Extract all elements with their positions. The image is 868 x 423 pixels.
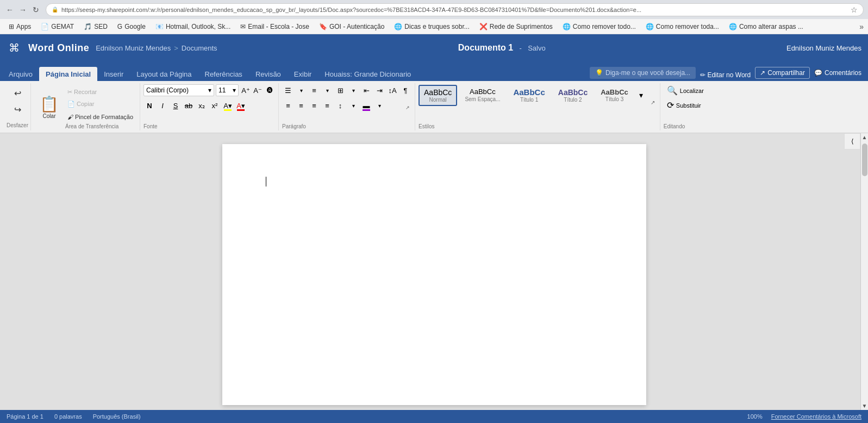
font-color-dropdown-icon: ▾ [241, 102, 245, 110]
edit-in-word-btn[interactable]: ✏ Editar no Word [700, 71, 751, 79]
strikethrough-button[interactable]: ab [183, 99, 195, 111]
paste-button[interactable]: 📋 Colar [35, 84, 63, 129]
bookmark-google-label: Google [124, 23, 146, 30]
cut-button[interactable]: ✂ Recortar [65, 86, 135, 97]
bookmark-aspas[interactable]: 🌐 Como alterar aspas ... [725, 21, 808, 33]
increase-indent-button[interactable]: ⇥ [373, 84, 385, 96]
shading-button[interactable]: ▬ [360, 99, 372, 111]
align-justify-button[interactable]: ≡ [321, 99, 333, 111]
bookmark-gemat-label: GEMAT [51, 23, 74, 30]
tab-pagina-inicial[interactable]: Página Inicial [39, 67, 97, 81]
find-button[interactable]: 🔍 Localizar [664, 84, 707, 97]
copy-button[interactable]: 📄 Copiar [65, 98, 135, 109]
numbered-dropdown-icon[interactable]: ▾ [321, 84, 333, 96]
bookmark-remover2[interactable]: 🌐 Como remover toda... [641, 21, 723, 33]
format-painter-button[interactable]: 🖌 Pincel de Formatação [65, 111, 135, 122]
tab-houaiss[interactable]: Houaiss: Grande Dicionario [318, 67, 417, 81]
show-marks-button[interactable]: ¶ [399, 84, 411, 96]
decrease-indent-button[interactable]: ⇤ [360, 84, 372, 96]
align-left-button[interactable]: ≡ [282, 99, 294, 111]
more-bookmarks[interactable]: » [859, 22, 864, 31]
font-size-value: 11 [218, 86, 226, 94]
style-no-space-item[interactable]: AaBbCc Sem Espaça... [459, 85, 505, 105]
sort-button[interactable]: ↕A [386, 84, 398, 96]
status-bar: Página 1 de 1 0 palavras Português (Bras… [0, 410, 868, 423]
multilevel-list-button[interactable]: ⊞ [334, 84, 346, 96]
tab-inserir[interactable]: Inserir [97, 67, 130, 81]
clear-format-button[interactable]: 🅐 [264, 85, 275, 96]
bookmark-remover1-label: Como remover todo... [573, 23, 636, 30]
highlight-button[interactable]: A ▾ [222, 99, 234, 111]
ribbon-tabs-bar: Arquivo Página Inicial Inserir Layout da… [0, 61, 868, 81]
dialog-launcher-styles[interactable]: ↗ [649, 98, 657, 106]
bookmark-google[interactable]: G Google [113, 21, 150, 33]
comments-button[interactable]: 💬 Comentários [814, 67, 861, 79]
font-color-button[interactable]: A ▾ [235, 99, 247, 111]
bullet-list-button[interactable]: ☰ [282, 84, 294, 96]
bookmark-rede[interactable]: ❌ Rede de Suprimentos [475, 21, 557, 33]
bookmark-apps[interactable]: ⊞ Apps [4, 21, 35, 33]
bookmark-gemat[interactable]: 📄 GEMAT [36, 21, 78, 33]
align-right-button[interactable]: ≡ [308, 99, 320, 111]
scrollbar-thumb[interactable] [862, 144, 867, 176]
align-center-button[interactable]: ≡ [295, 99, 307, 111]
redo-button[interactable]: ↪ [10, 102, 25, 117]
font-increase-button[interactable]: A⁺ [240, 85, 251, 96]
bold-button[interactable]: N [143, 99, 155, 111]
bookmark-dicas[interactable]: 🌐 Dicas e truques sobr... [390, 21, 473, 33]
line-spacing-dropdown[interactable]: ▾ [347, 99, 359, 111]
tab-referencias[interactable]: Referências [198, 67, 249, 81]
back-button[interactable]: ← [4, 4, 15, 15]
vertical-scrollbar[interactable]: ▲ ▼ [860, 133, 868, 410]
refresh-button[interactable]: ↻ [30, 4, 41, 15]
numbered-list-button[interactable]: ≡ [308, 84, 320, 96]
subscript-button[interactable]: x₂ [196, 99, 208, 111]
star-icon[interactable]: ☆ [851, 5, 858, 14]
breadcrumb-user[interactable]: Ednilson Muniz Mendes [96, 44, 171, 52]
undo-button[interactable]: ↩ [10, 85, 25, 101]
italic-button[interactable]: I [157, 99, 168, 111]
dialog-launcher-para[interactable]: ↗ [404, 104, 411, 111]
ribbon-content: ↩ ↪ Desfazer 📋 Colar ✂ Recortar 📄 [0, 81, 868, 133]
scroll-down-button[interactable]: ▼ [861, 402, 868, 410]
breadcrumb-location[interactable]: Documents [182, 44, 217, 52]
bookmark-goi[interactable]: 🔖 GOI - Autenticação [315, 21, 389, 33]
style-normal-item[interactable]: AaBbCc Normal [419, 85, 457, 106]
bookmark-sed[interactable]: 🎵 SED [79, 21, 112, 33]
address-bar[interactable]: 🔒 https://seesp-my.sharepoint.com/:w:/r/… [46, 3, 864, 16]
feedback-link[interactable]: Fornecer Comentários à Microsoft [771, 413, 861, 420]
tab-exibir[interactable]: Exibir [288, 67, 319, 81]
waffle-icon[interactable]: ⌘ [7, 39, 22, 57]
tab-arquivo[interactable]: Arquivo [2, 67, 39, 81]
main-content: ⌘ Word Online Ednilson Muniz Mendes > Do… [0, 34, 868, 423]
multilevel-dropdown-icon[interactable]: ▾ [347, 84, 359, 96]
bookmark-email[interactable]: ✉ Email - Escola - Jose [236, 21, 314, 33]
styles-more-button[interactable]: ▾ [636, 84, 647, 106]
scroll-up-button[interactable]: ▲ [861, 133, 868, 141]
style-title3-item[interactable]: AaBbCc Título 3 [595, 85, 634, 105]
comments-label: Comentários [825, 69, 861, 77]
bookmark-remover1[interactable]: 🌐 Como remover todo... [558, 21, 640, 33]
font-size-select[interactable]: 11 ▾ [216, 84, 239, 96]
user-name[interactable]: Ednilson Muniz Mendes [786, 44, 861, 52]
style-title1-item[interactable]: AaBbCc Título 1 [508, 84, 550, 106]
tab-revisao[interactable]: Revisão [249, 67, 288, 81]
replace-button[interactable]: ⟳ Substituir [664, 99, 707, 111]
style-title1-label: Título 1 [513, 97, 545, 103]
forward-button[interactable]: → [17, 4, 28, 15]
share-button[interactable]: ↗ Compartilhar [755, 67, 810, 79]
document-page[interactable] [222, 144, 646, 405]
bullet-dropdown-icon[interactable]: ▾ [295, 84, 307, 96]
font-decrease-button[interactable]: A⁻ [252, 85, 263, 96]
tell-me-box[interactable]: 💡 Diga-me o que você deseja... [590, 67, 696, 79]
mini-page-nav[interactable]: ⟨ [844, 133, 860, 150]
underline-button[interactable]: S [170, 99, 182, 111]
bookmark-hotmail[interactable]: 📧 Hotmail, Outlook, Sk... [151, 21, 235, 33]
tab-layout[interactable]: Layout da Página [130, 67, 198, 81]
superscript-button[interactable]: x² [209, 99, 221, 111]
style-title2-item[interactable]: AaBbCc Título 2 [553, 85, 593, 106]
document-scroll-area[interactable]: ▲ ▼ ⟨ [0, 133, 868, 410]
shading-dropdown[interactable]: ▾ [373, 99, 385, 111]
line-spacing-button[interactable]: ↕ [334, 99, 346, 111]
font-family-select[interactable]: Calibri (Corpo) ▾ [143, 84, 214, 96]
